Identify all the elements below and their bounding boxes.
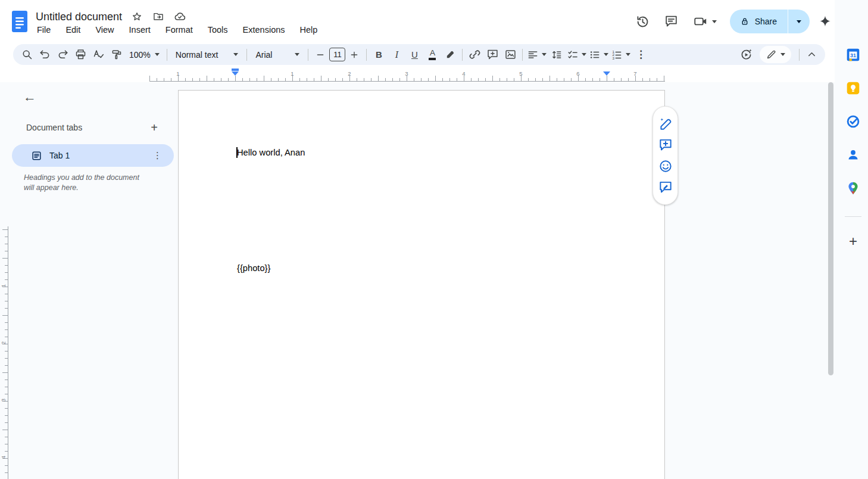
menu-tools[interactable]: Tools — [208, 25, 228, 35]
right-indent-marker[interactable] — [603, 71, 610, 76]
spell-check-button[interactable] — [89, 46, 107, 63]
main-area: ← Document tabs + Tab 1 ⋮ Headings you a… — [0, 82, 868, 479]
title-row: Untitled document — [36, 10, 186, 23]
header: Untitled document File Edit View Insert … — [0, 0, 868, 43]
add-comment-margin-button[interactable] — [658, 137, 673, 153]
toolbar-divider — [246, 49, 247, 61]
svg-text:31: 31 — [850, 52, 856, 58]
chevron-down-icon — [233, 53, 238, 56]
menu-edit[interactable]: Edit — [65, 25, 80, 35]
underline-button[interactable]: U — [405, 46, 423, 63]
zoom-select[interactable]: 100% — [125, 46, 164, 63]
version-history-icon[interactable] — [635, 14, 650, 29]
insert-link-button[interactable] — [466, 46, 483, 63]
toolbar-divider — [799, 49, 800, 61]
chevron-down-icon — [604, 53, 608, 56]
checklist-button[interactable] — [566, 46, 588, 63]
menu-view[interactable]: View — [95, 25, 114, 35]
vertical-scrollbar[interactable] — [828, 82, 833, 375]
text-color-button[interactable]: A — [423, 46, 441, 63]
text-color-letter: A — [430, 49, 435, 57]
numbered-list-button[interactable]: 123 — [610, 46, 632, 63]
ruler-number: 4 — [462, 70, 465, 77]
menu-extensions[interactable]: Extensions — [243, 25, 285, 35]
ruler-number: 5 — [519, 70, 522, 77]
add-comment-button[interactable] — [483, 46, 501, 63]
menu-help[interactable]: Help — [300, 25, 318, 35]
chevron-down-icon — [295, 53, 299, 56]
paint-format-button[interactable] — [107, 46, 125, 63]
move-folder-icon[interactable] — [152, 10, 165, 23]
google-contacts-icon[interactable] — [845, 147, 861, 163]
editing-mode-select[interactable] — [760, 46, 791, 63]
first-line-indent-marker[interactable] — [232, 69, 239, 71]
align-button[interactable] — [526, 46, 548, 63]
emoji-reaction-button[interactable] — [658, 158, 673, 174]
google-calendar-icon[interactable]: 31 — [845, 47, 861, 63]
chevron-down-icon — [797, 20, 801, 23]
italic-button[interactable]: I — [388, 46, 405, 63]
suggest-edits-button[interactable] — [658, 179, 673, 195]
paragraph-style-select[interactable]: Normal text — [170, 46, 244, 63]
ruler-number: 4 — [0, 453, 7, 462]
toolbar-right-cluster — [737, 46, 820, 63]
google-tasks-icon[interactable] — [845, 114, 861, 129]
menu-insert[interactable]: Insert — [129, 25, 151, 35]
font-size-input[interactable]: 11 — [329, 48, 345, 61]
docs-logo-icon[interactable] — [11, 10, 28, 33]
document-line[interactable]: Hello world, Anan — [237, 148, 305, 157]
lock-icon — [739, 16, 750, 27]
join-call-button[interactable] — [693, 14, 717, 29]
ruler-number: 3 — [405, 70, 408, 77]
left-indent-marker[interactable] — [232, 69, 239, 76]
comments-icon[interactable] — [664, 14, 679, 29]
document-title[interactable]: Untitled document — [36, 11, 122, 23]
redo-button[interactable] — [54, 46, 71, 63]
get-add-ons-button[interactable]: + — [845, 234, 861, 249]
tab-options-button[interactable]: ⋮ — [148, 150, 167, 161]
decrease-font-size-button[interactable] — [311, 46, 329, 63]
document-page[interactable]: Hello world, Anan {{photo}} — [178, 90, 665, 479]
ruler-ticks — [2, 229, 8, 479]
bold-button[interactable]: B — [370, 46, 388, 63]
header-actions: Share — [635, 0, 868, 43]
ruler-number: 1 — [176, 70, 179, 77]
add-tab-button[interactable]: + — [151, 122, 158, 133]
menu-file[interactable]: File — [37, 25, 51, 35]
increase-font-size-button[interactable] — [345, 46, 363, 63]
font-family-select[interactable]: Arial — [250, 46, 305, 63]
insert-image-button[interactable] — [501, 46, 519, 63]
sidebar-tab-1[interactable]: Tab 1 ⋮ — [12, 144, 174, 167]
line-spacing-button[interactable] — [548, 46, 566, 63]
search-menus-button[interactable] — [18, 46, 36, 63]
share-dropdown[interactable] — [788, 10, 810, 33]
close-tabs-panel-button[interactable]: ← — [21, 89, 38, 105]
toolbar-divider — [366, 49, 367, 61]
document-line[interactable]: {{photo}} — [237, 263, 270, 273]
star-icon[interactable] — [130, 10, 143, 23]
help-me-write-button[interactable] — [658, 116, 673, 132]
menu-format[interactable]: Format — [166, 25, 193, 35]
gemini-spark-icon[interactable] — [818, 14, 832, 29]
google-keep-icon[interactable] — [845, 80, 861, 96]
undo-button[interactable] — [36, 46, 54, 63]
more-toolbar-options-button[interactable]: ⋮ — [632, 46, 650, 63]
chevron-down-icon — [712, 20, 717, 23]
text-color-swatch — [429, 58, 436, 60]
hide-menus-button[interactable] — [803, 46, 820, 63]
cloud-saved-icon[interactable] — [173, 10, 186, 23]
highlight-color-button[interactable] — [441, 46, 459, 63]
share-button[interactable]: Share — [730, 10, 788, 33]
bulleted-list-button[interactable] — [588, 46, 610, 63]
video-camera-icon — [693, 14, 708, 29]
pencil-icon — [766, 49, 777, 60]
horizontal-ruler: 11234567 — [0, 67, 828, 82]
toolbar-divider — [308, 49, 308, 61]
catch-me-up-icon[interactable] — [737, 46, 755, 63]
toolbar-divider — [167, 49, 167, 61]
zoom-value: 100% — [129, 50, 151, 60]
ruler-number: 3 — [0, 396, 7, 405]
google-maps-icon[interactable] — [845, 181, 861, 196]
print-button[interactable] — [71, 46, 89, 63]
ruler-number: 2 — [348, 70, 351, 77]
